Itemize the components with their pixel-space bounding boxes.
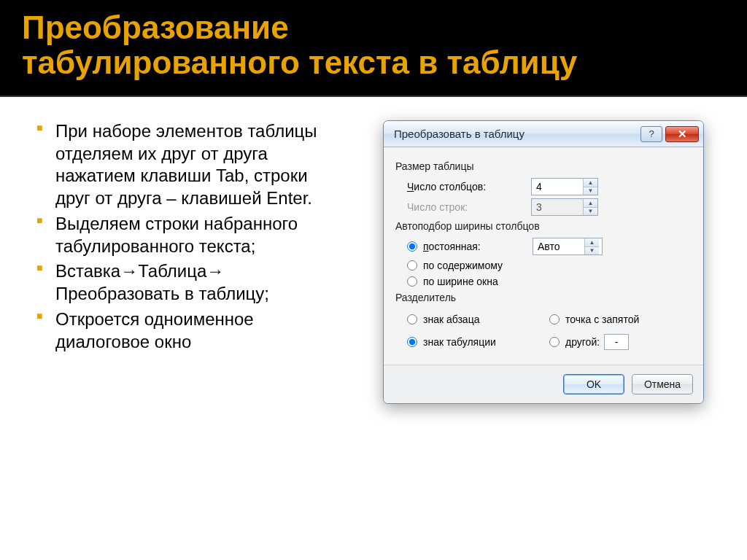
autofit-radio-group: постоянная: ▲ ▼ по содержимому	[407, 238, 692, 287]
sep-other-radio[interactable]	[549, 337, 560, 347]
dialog-body: Размер таблицы Число столбцов: ▲ ▼ Число…	[384, 147, 703, 365]
bullet-item: Откроется одноименное диалоговое окно	[36, 308, 343, 353]
autofit-content-label: по содержимому	[423, 260, 503, 271]
bullet-item: Выделяем строки набранного табулированно…	[36, 213, 343, 257]
convert-to-table-dialog: Преобразовать в таблицу ? ✕ Размер табли…	[383, 120, 704, 404]
slide-title: Преобразование табулированного текста в …	[22, 10, 725, 79]
sep-para-radio[interactable]	[407, 314, 417, 324]
close-button[interactable]: ✕	[665, 126, 699, 142]
ok-button[interactable]: OK	[563, 374, 624, 394]
spinner-buttons: ▲ ▼	[583, 199, 597, 215]
autofit-content-radio[interactable]	[407, 260, 417, 271]
separator-radio-group: знак абзаца точка с запятой знак табуляц…	[407, 309, 692, 354]
columns-spinner[interactable]: ▲ ▼	[531, 178, 598, 195]
sep-tab-label: знак табуляции	[423, 336, 496, 348]
sep-para-label: знак абзаца	[423, 314, 479, 325]
autofit-window-radio[interactable]	[407, 276, 417, 287]
autofit-window-label: по ширине окна	[423, 276, 498, 287]
sep-other-row[interactable]: другой:	[549, 334, 692, 350]
dialog-container: Преобразовать в таблицу ? ✕ Размер табли…	[362, 120, 725, 404]
bullet-item: Вставка→Таблица→ Преобразовать в таблицу…	[36, 260, 343, 305]
autofit-content-row[interactable]: по содержимому	[407, 260, 692, 271]
group-separator: Разделитель	[395, 292, 692, 303]
title-line-2: табулированного текста в таблицу	[22, 44, 577, 80]
help-button[interactable]: ?	[640, 126, 662, 142]
title-line-1: Преобразование	[22, 9, 289, 45]
spin-up-icon: ▲	[584, 199, 597, 208]
bullet-list: При наборе элементов таблицы отделяем их…	[36, 120, 343, 356]
spinner-buttons[interactable]: ▲ ▼	[583, 179, 597, 195]
dialog-title: Преобразовать в таблицу	[394, 128, 525, 140]
sep-semi-label: точка с запятой	[565, 314, 639, 325]
autofit-fixed-label: постоянная:	[423, 241, 533, 252]
columns-label: Число столбцов:	[407, 181, 531, 192]
bullet-item: При наборе элементов таблицы отделяем их…	[36, 120, 343, 210]
autofit-window-row[interactable]: по ширине окна	[407, 276, 692, 287]
sep-other-label: другой:	[565, 336, 600, 348]
group-table-size: Размер таблицы	[395, 160, 692, 172]
columns-input[interactable]	[532, 179, 583, 195]
spin-down-icon: ▼	[584, 208, 597, 216]
spin-down-icon[interactable]: ▼	[585, 247, 599, 255]
sep-other-input[interactable]	[604, 334, 629, 350]
rows-spinner: ▲ ▼	[531, 198, 598, 216]
rows-row: Число строк: ▲ ▼	[407, 198, 692, 216]
spin-up-icon[interactable]: ▲	[584, 179, 597, 187]
close-icon: ✕	[678, 128, 687, 141]
autofit-fixed-row[interactable]: постоянная: ▲ ▼	[407, 238, 692, 255]
dialog-titlebar[interactable]: Преобразовать в таблицу ? ✕	[384, 121, 703, 147]
group-autofit: Автоподбор ширины столбцов	[395, 220, 692, 232]
sep-para-row[interactable]: знак абзаца	[407, 314, 549, 325]
cancel-button[interactable]: Отмена	[632, 374, 693, 394]
spinner-buttons[interactable]: ▲ ▼	[584, 238, 599, 254]
rows-label: Число строк:	[407, 201, 531, 213]
sep-tab-radio[interactable]	[407, 337, 417, 347]
fixed-width-spinner[interactable]: ▲ ▼	[533, 238, 603, 255]
slide-body: При наборе элементов таблицы отделяем их…	[0, 97, 747, 419]
dialog-footer: OK Отмена	[384, 365, 703, 403]
rows-input	[532, 199, 583, 215]
sep-semi-row[interactable]: точка с запятой	[549, 314, 692, 325]
sep-tab-row[interactable]: знак табуляции	[407, 334, 549, 350]
spin-up-icon[interactable]: ▲	[585, 238, 599, 247]
slide-header: Преобразование табулированного текста в …	[0, 0, 747, 97]
autofit-fixed-radio[interactable]	[407, 241, 417, 252]
sep-semi-radio[interactable]	[549, 314, 560, 324]
columns-row: Число столбцов: ▲ ▼	[407, 178, 692, 195]
fixed-width-input[interactable]	[533, 238, 584, 254]
spin-down-icon[interactable]: ▼	[584, 187, 597, 195]
